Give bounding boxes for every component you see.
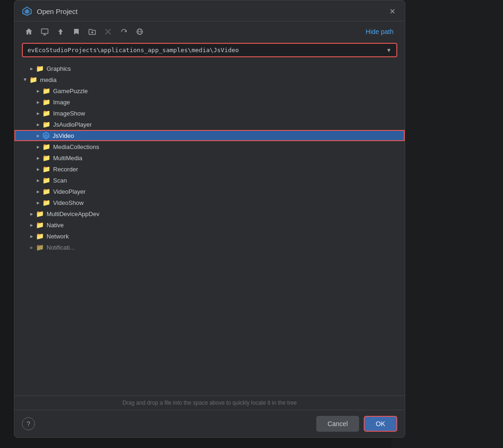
folder-icon: 📁 <box>36 210 44 217</box>
folder-icon: 📁 <box>42 199 50 206</box>
app-logo-icon <box>22 6 32 16</box>
desktop-button[interactable] <box>38 25 52 38</box>
monitor-icon <box>41 28 48 35</box>
tree-item-multideviceappdev[interactable]: ► 📁 MultiDeviceAppDev <box>14 208 405 219</box>
home-button[interactable] <box>22 25 36 38</box>
tree-item-scan[interactable]: ► 📁 Scan <box>14 175 405 186</box>
tree-item-media[interactable]: ► 📁 media <box>14 74 405 85</box>
chevron-icon: ► <box>34 178 42 183</box>
path-input-container: ▼ <box>14 41 405 61</box>
tree-item-label: Notificati... <box>47 244 75 251</box>
chevron-icon: ► <box>27 223 36 228</box>
tree-item-notification[interactable]: ► 📁 Notificati... <box>14 242 405 253</box>
chevron-icon: ► <box>34 100 42 105</box>
project-icon <box>42 132 50 139</box>
tree-item-label: GamePuzzle <box>53 88 88 95</box>
bookmark-icon <box>73 28 80 35</box>
delete-icon <box>105 28 111 35</box>
tree-item-image[interactable]: ► 📁 Image <box>14 96 405 108</box>
chevron-icon: ► <box>34 200 42 205</box>
folder-icon: 📁 <box>42 143 50 150</box>
dialog-toolbar: Hide path <box>14 21 405 41</box>
folder-icon: 📁 <box>42 154 50 162</box>
dialog-footer: ? Cancel OK <box>14 410 405 437</box>
toolbar-icons <box>22 25 147 38</box>
chevron-icon: ► <box>34 189 42 194</box>
svg-marker-14 <box>44 134 48 138</box>
tree-item-jsvideo[interactable]: ► JsVideo <box>14 130 405 141</box>
folder-icon: 📁 <box>42 121 50 128</box>
folder-icon: 📁 <box>42 188 50 195</box>
tree-item-label: Graphics <box>47 65 71 72</box>
tree-item-label: Image <box>53 99 70 106</box>
up-button[interactable] <box>54 25 68 38</box>
tree-item-label: MultiMedia <box>53 155 82 162</box>
chevron-icon: ► <box>34 88 42 94</box>
tree-item-label: Recorder <box>53 166 78 173</box>
help-button[interactable]: ? <box>22 417 35 430</box>
chevron-icon: ► <box>23 75 28 84</box>
path-input[interactable] <box>27 47 386 54</box>
chevron-icon: ► <box>34 156 42 161</box>
file-tree[interactable]: ► 📁 Graphics ► 📁 media ► 📁 GamePuzzle ► … <box>14 61 405 395</box>
chevron-icon: ► <box>27 234 36 239</box>
path-input-wrapper: ▼ <box>22 43 397 57</box>
tree-item-label: VideoPlayer <box>53 188 86 195</box>
folder-icon: 📁 <box>42 109 50 117</box>
refresh-button[interactable] <box>117 25 131 38</box>
cancel-button[interactable]: Cancel <box>316 416 359 432</box>
tree-item-label: media <box>40 76 56 83</box>
tree-item-label: MultiDeviceAppDev <box>47 210 99 217</box>
tree-item-graphics[interactable]: ► 📁 Graphics <box>14 63 405 74</box>
ok-button[interactable]: OK <box>364 416 397 432</box>
home-icon <box>25 28 33 35</box>
folder-icon: 📁 <box>42 165 50 173</box>
delete-button[interactable] <box>101 25 115 38</box>
tree-item-native[interactable]: ► 📁 Native <box>14 219 405 231</box>
refresh-icon <box>120 28 128 35</box>
tree-item-mediacollections[interactable]: ► 📁 MediaCollections <box>14 141 405 152</box>
tree-item-label: JsAudioPlayer <box>53 121 92 128</box>
tree-item-multimedia[interactable]: ► 📁 MultiMedia <box>14 152 405 163</box>
new-folder-button[interactable] <box>85 25 99 38</box>
chevron-icon: ► <box>34 167 42 172</box>
folder-icon: 📁 <box>36 65 44 72</box>
chevron-icon: ► <box>34 111 42 116</box>
tree-item-label: ImageShow <box>53 110 85 117</box>
close-button[interactable]: ✕ <box>387 6 397 16</box>
folder-icon: 📁 <box>29 76 37 83</box>
chevron-icon: ► <box>27 211 36 217</box>
tree-item-label: Scan <box>53 177 67 184</box>
folder-icon: 📁 <box>42 98 50 106</box>
tree-item-label: JsVideo <box>53 132 74 139</box>
tree-item-videoshow[interactable]: ► 📁 VideoShow <box>14 197 405 208</box>
chevron-icon: ► <box>27 245 36 250</box>
up-icon <box>57 28 64 35</box>
tree-item-gamepuzzle[interactable]: ► 📁 GamePuzzle <box>14 85 405 96</box>
network-button[interactable] <box>133 25 147 38</box>
tree-item-jsaudioplayer[interactable]: ► 📁 JsAudioPlayer <box>14 119 405 130</box>
tree-item-recorder[interactable]: ► 📁 Recorder <box>14 163 405 175</box>
svg-rect-3 <box>41 29 48 34</box>
folder-icon: 📁 <box>36 221 44 229</box>
dialog-titlebar: Open Project ✕ <box>14 0 405 21</box>
tree-item-label: Network <box>47 233 69 240</box>
bookmark-button[interactable] <box>69 25 83 38</box>
tree-item-network[interactable]: ► 📁 Network <box>14 231 405 242</box>
footer-buttons: Cancel OK <box>316 416 397 432</box>
tree-item-label: Native <box>47 222 64 229</box>
path-dropdown-arrow[interactable]: ▼ <box>386 47 392 54</box>
open-project-dialog: Open Project ✕ <box>14 0 405 438</box>
tree-item-imageshow[interactable]: ► 📁 ImageShow <box>14 108 405 119</box>
tree-item-label: MediaCollections <box>53 143 99 150</box>
chevron-icon: ► <box>34 144 42 149</box>
chevron-icon: ► <box>34 133 42 138</box>
folder-icon: 📁 <box>36 232 44 240</box>
tree-item-videoplayer[interactable]: ► 📁 VideoPlayer <box>14 186 405 197</box>
tree-item-label: VideoShow <box>53 199 84 206</box>
folder-icon: 📁 <box>42 176 50 184</box>
chevron-icon: ► <box>27 66 36 71</box>
network-icon <box>136 28 143 35</box>
hide-path-button[interactable]: Hide path <box>362 26 397 37</box>
chevron-icon: ► <box>34 122 42 127</box>
